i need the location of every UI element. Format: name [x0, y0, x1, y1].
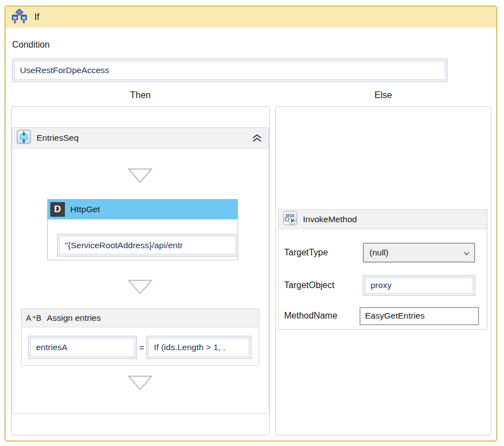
- if-branch-icon: M M: [11, 8, 28, 26]
- targettype-row: TargetType (null): [284, 242, 484, 263]
- assign-value-text: If (ids.Length > 1, .: [154, 342, 225, 352]
- methodname-row: MethodName EasyGetEntries: [284, 306, 484, 325]
- methodname-label: MethodName: [284, 311, 359, 321]
- assign-equals-sign: =: [138, 336, 146, 359]
- assign-activity[interactable]: A◄B Assign entries entriesA = If (ids.Le…: [21, 309, 259, 366]
- else-branch-label: Else: [275, 88, 491, 102]
- assign-title: Assign entries: [47, 313, 101, 323]
- invokemethod-activity[interactable]: 1010 InvokeMethod TargetType (null): [278, 209, 487, 330]
- sequence-title: EntriesSeq: [37, 133, 79, 143]
- httpget-d-icon: D: [50, 202, 65, 217]
- then-branch-label: Then: [11, 88, 270, 102]
- httpget-url-text: "{ServiceRootAddress}/api/entr: [65, 240, 183, 250]
- assign-header[interactable]: A◄B Assign entries: [22, 309, 259, 327]
- targetobject-row: TargetObject proxy: [284, 275, 484, 296]
- if-activity[interactable]: M M If Condition UseRestForDpeAccess The…: [4, 6, 497, 442]
- condition-expression-text: UseRestForDpeAccess: [20, 65, 109, 75]
- methodname-textbox[interactable]: EasyGetEntries: [359, 307, 479, 325]
- drop-target-icon[interactable]: [127, 375, 153, 391]
- chevron-down-icon: [464, 248, 470, 258]
- targetobject-label: TargetObject: [284, 280, 363, 290]
- condition-label: Condition: [12, 40, 50, 50]
- svg-text:M: M: [22, 16, 25, 20]
- workflow-designer-surface: M M If Condition UseRestForDpeAccess The…: [0, 0, 504, 446]
- targettype-dropdown[interactable]: (null): [363, 243, 475, 263]
- httpget-activity[interactable]: D HttpGet "{ServiceRootAddress}/api/entr: [47, 199, 238, 260]
- invoke-method-icon: 1010: [283, 211, 297, 228]
- drop-target-icon[interactable]: [127, 279, 153, 295]
- assign-ab-icon: A◄B: [26, 314, 42, 322]
- if-activity-header[interactable]: M M If: [6, 7, 496, 28]
- targettype-value: (null): [369, 248, 464, 258]
- then-branch-drop-area[interactable]: EntriesSeq: [11, 106, 270, 435]
- if-activity-title: If: [34, 12, 39, 22]
- sequence-header[interactable]: EntriesSeq: [12, 128, 269, 148]
- chevron-double-up-icon: [251, 134, 263, 142]
- httpget-title: HttpGet: [70, 204, 100, 214]
- assign-value-expression-box[interactable]: If (ids.Length > 1, .: [146, 336, 251, 359]
- else-branch-drop-area[interactable]: 1010 InvokeMethod TargetType (null): [275, 106, 491, 435]
- invokemethod-header[interactable]: 1010 InvokeMethod: [279, 210, 487, 229]
- assign-target-expression-box[interactable]: entriesA: [28, 336, 137, 359]
- targetobject-expression-box[interactable]: proxy: [363, 275, 475, 296]
- invokemethod-title: InvokeMethod: [303, 214, 357, 224]
- sequence-activity-entriesseq[interactable]: EntriesSeq: [12, 127, 269, 414]
- targetobject-value: proxy: [371, 280, 392, 290]
- httpget-header[interactable]: D HttpGet: [48, 199, 238, 219]
- httpget-url-expression-box[interactable]: "{ServiceRootAddress}/api/entr: [57, 234, 238, 257]
- sequence-icon: [17, 130, 31, 146]
- condition-expression-box[interactable]: UseRestForDpeAccess: [12, 59, 448, 82]
- targettype-label: TargetType: [284, 248, 363, 258]
- collapse-button[interactable]: [250, 132, 264, 144]
- methodname-value: EasyGetEntries: [365, 311, 425, 321]
- assign-target-text: entriesA: [36, 342, 68, 352]
- drop-target-icon[interactable]: [127, 168, 153, 183]
- svg-text:M: M: [13, 16, 17, 20]
